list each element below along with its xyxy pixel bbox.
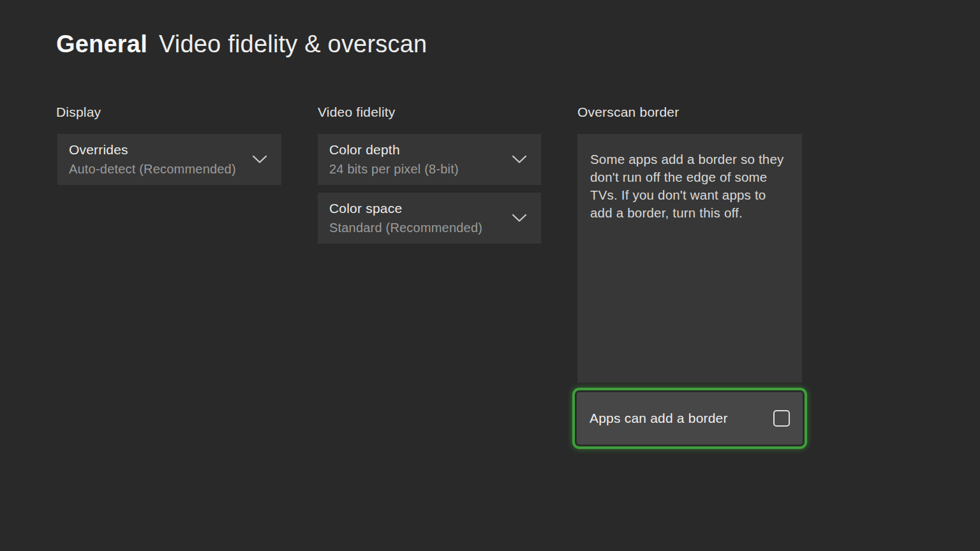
overrides-dropdown-label: Overrides — [69, 142, 252, 158]
apps-can-add-border-row-inner: Apps can add a border — [577, 392, 803, 444]
chevron-down-icon — [252, 155, 267, 164]
color-space-dropdown-value: Standard (Recommended) — [329, 221, 512, 235]
overscan-description-text: Some apps add a border so they don't run… — [590, 151, 789, 222]
chevron-down-icon — [512, 214, 527, 223]
overrides-dropdown-value: Auto-detect (Recommended) — [69, 162, 252, 177]
color-space-dropdown-texts: Color space Standard (Recommended) — [318, 201, 512, 235]
overrides-dropdown-texts: Overrides Auto-detect (Recommended) — [57, 142, 252, 177]
video-fidelity-section-label: Video fidelity — [318, 105, 396, 120]
settings-screen: GeneralVideo fidelity & overscan Display… — [0, 0, 980, 551]
page-title-subpage: Video fidelity & overscan — [159, 31, 427, 57]
chevron-down-icon — [512, 155, 527, 164]
color-depth-dropdown[interactable]: Color depth 24 bits per pixel (8-bit) — [318, 134, 541, 185]
page-title: GeneralVideo fidelity & overscan — [56, 31, 427, 58]
color-space-dropdown[interactable]: Color space Standard (Recommended) — [318, 193, 541, 244]
display-section-label: Display — [56, 105, 101, 120]
color-depth-dropdown-texts: Color depth 24 bits per pixel (8-bit) — [318, 142, 512, 177]
color-space-dropdown-label: Color space — [329, 201, 512, 216]
page-title-section: General — [56, 31, 147, 57]
overrides-dropdown[interactable]: Overrides Auto-detect (Recommended) — [57, 134, 281, 185]
overscan-description-panel: Some apps add a border so they don't run… — [577, 134, 802, 383]
color-depth-dropdown-label: Color depth — [329, 142, 512, 158]
apps-can-add-border-row[interactable]: Apps can add a border — [572, 388, 807, 449]
overscan-section-label: Overscan border — [577, 105, 679, 120]
checkbox-unchecked-icon[interactable] — [773, 410, 790, 427]
color-depth-dropdown-value: 24 bits per pixel (8-bit) — [329, 162, 512, 177]
apps-can-add-border-label: Apps can add a border — [590, 411, 728, 426]
